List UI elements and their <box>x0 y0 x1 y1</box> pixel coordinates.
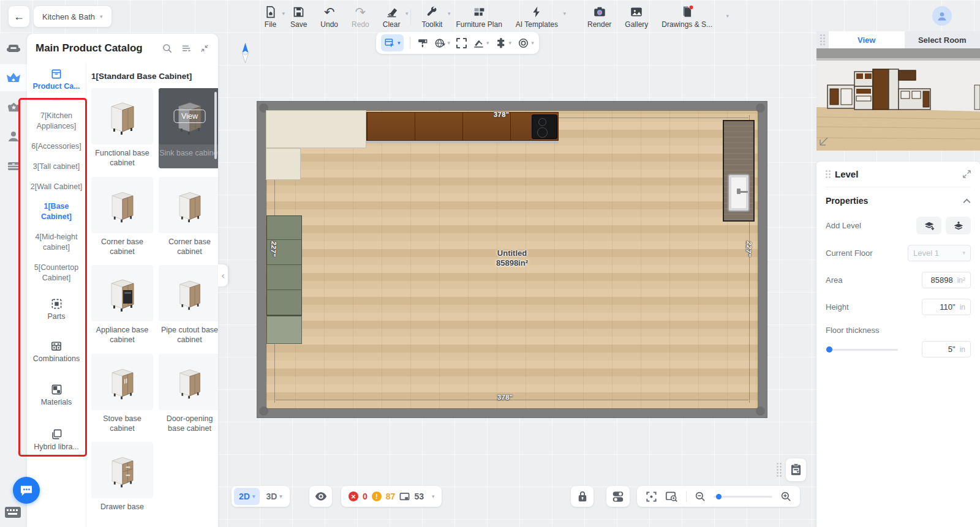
sink-counter[interactable] <box>723 120 755 222</box>
mode-3d-button[interactable]: 3D ▾ <box>261 488 287 505</box>
tab-select-room[interactable]: Select Room <box>905 31 980 48</box>
paint-roller-tool[interactable] <box>417 37 428 49</box>
product-card[interactable]: Functional base cabinet <box>91 88 153 168</box>
draw-cabinet-tool-active[interactable]: ▾ <box>381 34 404 51</box>
redo-button[interactable]: ↷ Redo <box>345 6 376 29</box>
ai-templates-button[interactable]: AI Templates ▾ <box>509 6 565 29</box>
collapse-panel-icon[interactable] <box>200 43 209 53</box>
floor-thickness-input[interactable]: 5" in <box>922 341 971 357</box>
plugins-tool[interactable]: ▾ <box>496 37 512 49</box>
category-accessories[interactable]: 6[Accessories] <box>27 136 86 157</box>
wall-corner-dot[interactable] <box>756 406 765 416</box>
scrollbar-thumb[interactable] <box>214 92 217 159</box>
compass-icon[interactable] <box>241 43 250 63</box>
rail-branded-library[interactable] <box>0 94 27 121</box>
avatar[interactable] <box>932 6 952 26</box>
properties-header[interactable]: Properties <box>826 189 971 213</box>
wall-corner-dot[interactable] <box>259 406 268 416</box>
upper-cabinets[interactable] <box>366 112 559 141</box>
product-card[interactable]: Stove base cabinet <box>91 354 153 434</box>
drawings-button[interactable]: Drawings & S... ▾ <box>655 6 719 29</box>
redo-icon: ↷ <box>355 6 366 18</box>
category-kitchen-appliances[interactable]: 7[Kitchen Appliances] <box>27 106 86 136</box>
product-card[interactable]: Appliance base cabinet <box>91 265 153 345</box>
zoom-in-icon[interactable] <box>780 491 791 502</box>
drag-handle[interactable] <box>826 170 831 178</box>
product-card[interactable]: Corner base cabinet <box>91 177 153 257</box>
room-label[interactable]: Untitled 85898in² <box>257 249 767 269</box>
rail-premium-library-active[interactable] <box>0 64 27 91</box>
gallery-button[interactable]: Gallery <box>618 6 655 29</box>
keyboard-icon[interactable] <box>5 507 21 518</box>
measure-tool[interactable]: ▾ <box>473 37 489 49</box>
visibility-button[interactable] <box>309 486 332 507</box>
sink[interactable] <box>728 174 750 212</box>
countertop-top-left[interactable] <box>266 110 366 148</box>
render-button[interactable]: Render <box>581 6 618 29</box>
issues-status-bar[interactable]: ✕ 0 ! 87 53 ▾ <box>341 486 442 507</box>
nav-hybrid-library[interactable]: Hybrid libra... <box>27 422 86 457</box>
wall-corner-dot[interactable] <box>756 103 765 113</box>
3d-preview[interactable] <box>816 48 980 151</box>
tab-view[interactable]: View <box>829 31 905 48</box>
floor-thickness-slider[interactable] <box>826 345 898 354</box>
workspace-switcher[interactable]: Kitchen & Bath ▾ <box>34 6 111 27</box>
nav-materials[interactable]: Materials <box>27 378 86 413</box>
rail-my-account[interactable] <box>0 123 27 150</box>
search-icon[interactable] <box>162 43 173 54</box>
panel-collapse-handle[interactable]: ‹ <box>218 264 228 286</box>
tab-product-catalog[interactable]: Product Ca... <box>27 63 86 97</box>
product-card[interactable]: Corner base cabinet <box>159 177 218 257</box>
fit-view-icon[interactable] <box>646 491 657 503</box>
category-wall-cabinet[interactable]: 2[Wall Cabinet] <box>27 177 86 197</box>
green-cabinet-lower[interactable] <box>266 316 302 344</box>
expand-panel-icon[interactable] <box>963 170 971 178</box>
zoom-slider[interactable] <box>714 492 772 501</box>
current-floor-select[interactable]: Level 1 ▾ <box>908 245 971 261</box>
layers-toggle-button[interactable] <box>606 486 630 507</box>
clear-button[interactable]: Clear ▾ <box>376 6 407 29</box>
rail-furniture-library[interactable] <box>0 36 27 61</box>
lock-button[interactable] <box>571 486 594 507</box>
product-card-hovered[interactable]: View Sink base cabinet <box>159 88 218 168</box>
cooktop[interactable] <box>532 114 557 139</box>
zoom-region-icon[interactable] <box>665 491 678 503</box>
add-level-above-button[interactable] <box>946 217 971 234</box>
category-tall-cabinet[interactable]: 3[Tall cabinet] <box>27 157 86 177</box>
mode-2d-button[interactable]: 2D ▾ <box>234 488 260 505</box>
furniture-plan-button[interactable]: Furniture Plan <box>449 6 508 29</box>
category-mid-height-cabinet[interactable]: 4[Mid-height cabinet] <box>27 227 86 258</box>
drag-handle[interactable] <box>777 463 782 477</box>
chat-support-button[interactable] <box>13 477 40 504</box>
area-input[interactable]: 85898 in² <box>922 272 971 288</box>
drag-handle[interactable] <box>820 34 825 45</box>
countertop-left-column[interactable] <box>266 148 301 180</box>
replace-tool[interactable]: ▾ <box>434 37 451 49</box>
zoom-slider-thumb[interactable] <box>716 494 722 499</box>
save-button[interactable]: Save <box>284 6 314 29</box>
toolbar-divider <box>410 9 411 25</box>
height-input[interactable]: 110" in <box>922 299 971 315</box>
product-card[interactable]: Drawer base <box>91 442 153 512</box>
rail-cabinet-library[interactable] <box>0 152 27 179</box>
view-button[interactable]: View <box>173 110 206 123</box>
file-button[interactable]: File ▾ <box>257 6 284 29</box>
undo-button[interactable]: ↶ Undo <box>314 6 345 29</box>
error-count: 0 <box>363 491 368 501</box>
category-countertop-cabinet[interactable]: 5[Countertop Cabinet] <box>27 258 86 288</box>
zoom-out-icon[interactable] <box>695 491 706 502</box>
add-level-below-button[interactable] <box>916 217 941 234</box>
marquee-select-tool[interactable] <box>456 38 467 48</box>
product-card[interactable]: Door-opening base cabinet <box>159 354 218 434</box>
floor-plan[interactable]: 378" 378" 227" 227" Untitled 85898in² <box>257 102 767 417</box>
toolkit-button[interactable]: Toolkit ▾ <box>415 6 449 29</box>
clipboard-button[interactable] <box>786 458 806 481</box>
back-button[interactable]: ← <box>9 6 29 27</box>
nav-parts[interactable]: Parts <box>27 292 86 327</box>
product-card[interactable]: Pipe cutout base cabinet <box>159 265 218 345</box>
nav-combinations[interactable]: Combinations <box>27 334 86 369</box>
floor-thickness-thumb[interactable] <box>826 346 832 353</box>
category-base-cabinet-active[interactable]: 1[Base Cabinet] <box>27 196 86 227</box>
filter-list-icon[interactable] <box>181 43 192 54</box>
target-tool[interactable]: ▾ <box>518 37 534 49</box>
